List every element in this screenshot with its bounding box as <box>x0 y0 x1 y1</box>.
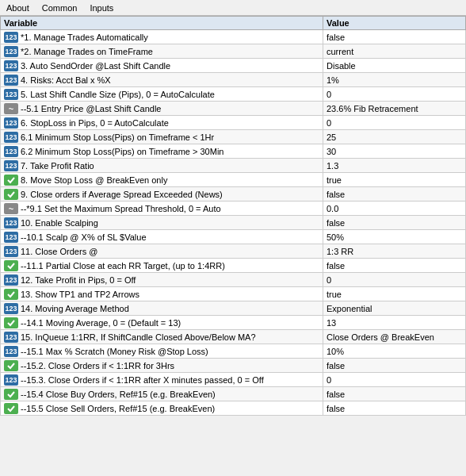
table-row: 13. Show TP1 and TP2 Arrowstrue <box>1 287 466 301</box>
table-row: 1236.2 Minimum Stop Loss(Pips) on Timefr… <box>1 144 466 159</box>
variable-cell: 1237. Take Profit Ratio <box>1 159 323 173</box>
variable-cell: 8. Move Stop Loss @ BreakEven only <box>1 173 323 187</box>
table-row: ~--5.1 Entry Price @Last Shift Candle23.… <box>1 102 466 116</box>
table-row: 123--10.1 Scalp @ X% of SL $Value50% <box>1 230 466 244</box>
type-badge: ~ <box>4 203 18 214</box>
type-badge: 123 <box>4 146 18 157</box>
variable-cell: --15.4 Close Buy Orders, Ref#15 (e.g. Br… <box>1 387 323 401</box>
variable-label: --14.1 Moving Average, 0 = (Default = 13… <box>21 318 181 328</box>
table-row: 1236. StopLoss in Pips, 0 = AutoCalculat… <box>1 116 466 130</box>
type-badge <box>4 175 18 186</box>
table-row: --15.5 Close Sell Orders, Ref#15 (e.g. B… <box>1 401 466 416</box>
menu-inputs[interactable]: Inputs <box>86 2 116 13</box>
variable-label: 6.1 Minimum Stop Loss(Pips) on Timeframe… <box>21 132 214 142</box>
variable-label: --15.2. Close Orders if < 1:1RR for 3Hrs <box>21 361 174 370</box>
value-cell: true <box>323 287 466 301</box>
type-badge <box>4 403 18 414</box>
variable-cell: 1236. StopLoss in Pips, 0 = AutoCalculat… <box>1 116 323 130</box>
value-cell: 1.3 <box>323 159 466 173</box>
variable-cell: 1236.2 Minimum Stop Loss(Pips) on Timefr… <box>1 144 323 159</box>
value-cell: false <box>323 359 466 373</box>
column-value: Value <box>323 17 466 30</box>
value-cell: true <box>323 173 466 187</box>
type-badge: 123 <box>4 117 18 129</box>
table-row: 1237. Take Profit Ratio1.3 <box>1 159 466 173</box>
type-badge: 123 <box>4 89 18 100</box>
variable-label: --15.1 Max % Scratch (Money Risk @Stop L… <box>21 347 208 356</box>
variable-label: 8. Move Stop Loss @ BreakEven only <box>21 175 167 185</box>
variable-label: --10.1 Scalp @ X% of SL $Value <box>21 232 147 242</box>
table-row: 9. Close orders if Average Spread Exceed… <box>1 187 466 202</box>
type-badge: ~ <box>4 103 18 114</box>
value-cell: false <box>323 216 466 230</box>
table-row: 12310. Enable Scalpingfalse <box>1 216 466 230</box>
value-cell: 0 <box>323 273 466 287</box>
type-badge: 123 <box>4 246 18 257</box>
table-row: 1234. Risks: Acct Bal x %X1% <box>1 73 466 87</box>
variable-cell: 12312. Take Profit in Pips, 0 = Off <box>1 273 323 287</box>
value-cell: false <box>323 187 466 202</box>
variable-cell: 12315. InQueue 1:1RR, If ShiftCandle Clo… <box>1 330 323 344</box>
variable-cell: --15.5 Close Sell Orders, Ref#15 (e.g. B… <box>1 401 323 416</box>
variable-label: --11.1 Partial Close at each RR Target, … <box>21 261 225 271</box>
type-badge <box>4 360 18 371</box>
type-badge: 123 <box>4 46 18 57</box>
variable-label: 7. Take Profit Ratio <box>21 161 94 171</box>
value-cell: 10% <box>323 344 466 359</box>
variable-label: 13. Show TP1 and TP2 Arrows <box>21 290 139 299</box>
variable-label: *2. Manage Trades on TimeFrame <box>21 47 153 56</box>
variable-cell: --11.1 Partial Close at each RR Target, … <box>1 259 323 273</box>
table-row: --15.4 Close Buy Orders, Ref#15 (e.g. Br… <box>1 387 466 401</box>
table-row: --11.1 Partial Close at each RR Target, … <box>1 259 466 273</box>
variable-label: 5. Last Shift Candle Size (Pips), 0 = Au… <box>21 90 215 99</box>
menu-common[interactable]: Common <box>39 2 81 13</box>
variable-label: --15.4 Close Buy Orders, Ref#15 (e.g. Br… <box>21 390 216 399</box>
variable-cell: 123--15.1 Max % Scratch (Money Risk @Sto… <box>1 344 323 359</box>
value-cell: Close Orders @ BreakEven <box>323 330 466 344</box>
variable-label: 14. Moving Average Method <box>21 304 129 313</box>
variable-cell: 123--15.3. Close Orders if < 1:1RR after… <box>1 373 323 387</box>
variable-cell: ~--*9.1 Set the Maximum Spread Threshold… <box>1 202 323 216</box>
table-row: 123--15.3. Close Orders if < 1:1RR after… <box>1 373 466 387</box>
type-badge: 123 <box>4 332 18 343</box>
table-row: 12314. Moving Average MethodExponential <box>1 301 466 316</box>
value-cell: 23.6% Fib Retracement <box>323 102 466 116</box>
type-badge: 123 <box>4 274 18 286</box>
table-row: 8. Move Stop Loss @ BreakEven onlytrue <box>1 173 466 187</box>
variable-label: 10. Enable Scalping <box>21 218 98 228</box>
table-row: --14.1 Moving Average, 0 = (Default = 13… <box>1 316 466 330</box>
settings-table: Variable Value 123*1. Manage Trades Auto… <box>0 16 466 416</box>
value-cell: 1:3 RR <box>323 244 466 259</box>
variable-cell: 12311. Close Orders @ <box>1 244 323 259</box>
table-row: 123--15.1 Max % Scratch (Money Risk @Sto… <box>1 344 466 359</box>
type-badge: 123 <box>4 346 18 357</box>
table-row: ~--*9.1 Set the Maximum Spread Threshold… <box>1 202 466 216</box>
type-badge: 123 <box>4 232 18 243</box>
variable-label: 12. Take Profit in Pips, 0 = Off <box>21 275 136 285</box>
table-row: 1233. Auto SendOrder @Last Shift CandleD… <box>1 59 466 73</box>
table-row: 123*1. Manage Trades Automaticallyfalse <box>1 30 466 44</box>
variable-label: 3. Auto SendOrder @Last Shift Candle <box>21 61 170 71</box>
type-badge: 123 <box>4 303 18 314</box>
type-badge: 123 <box>4 374 18 386</box>
table-row: 1235. Last Shift Candle Size (Pips), 0 =… <box>1 87 466 102</box>
value-cell: false <box>323 387 466 401</box>
value-cell: 13 <box>323 316 466 330</box>
variable-label: 11. Close Orders @ <box>21 247 97 256</box>
variable-label: 9. Close orders if Average Spread Exceed… <box>21 190 223 199</box>
value-cell: 0 <box>323 373 466 387</box>
value-cell: Disable <box>323 59 466 73</box>
variable-cell: 12314. Moving Average Method <box>1 301 323 316</box>
variable-cell: 123--10.1 Scalp @ X% of SL $Value <box>1 230 323 244</box>
variable-cell: ~--5.1 Entry Price @Last Shift Candle <box>1 102 323 116</box>
value-cell: 0 <box>323 116 466 130</box>
type-badge: 123 <box>4 60 18 71</box>
value-cell: 1% <box>323 73 466 87</box>
type-badge <box>4 317 18 328</box>
menu-about[interactable]: About <box>3 2 32 13</box>
type-badge <box>4 289 18 300</box>
value-cell: false <box>323 259 466 273</box>
value-cell: current <box>323 44 466 59</box>
variable-label: 6.2 Minimum Stop Loss(Pips) on Timeframe… <box>21 147 223 156</box>
value-cell: 0.0 <box>323 202 466 216</box>
